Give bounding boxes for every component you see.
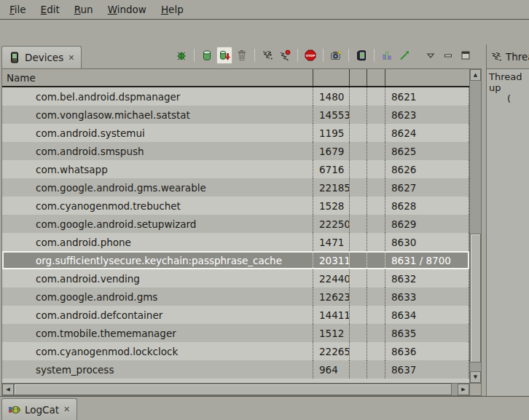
threads-message-line1: Thread up <box>489 71 529 93</box>
process-pid: 1471 <box>313 233 350 251</box>
column-header-empty2[interactable] <box>367 69 385 86</box>
process-pid: 22250 <box>313 215 350 233</box>
tab-threads[interactable]: Threads <box>487 44 529 68</box>
device-phone-icon <box>9 52 20 63</box>
table-row[interactable]: org.sufficientlysecure.keychain:passphra… <box>2 251 469 269</box>
debug-process-icon[interactable] <box>173 47 189 64</box>
process-name: system_process <box>2 360 313 379</box>
process-port: 8632 <box>385 269 469 288</box>
view-menu-icon[interactable] <box>423 47 439 64</box>
menu-run[interactable]: Run <box>67 1 101 17</box>
process-pid: 12623 <box>313 288 350 306</box>
process-pid: 22440 <box>313 269 350 288</box>
table-row[interactable]: com.android.defcontainer 14411 8634 <box>2 306 469 324</box>
table-row[interactable]: com.bel.android.dspmanager 1480 8621 <box>2 87 469 106</box>
process-name: com.google.android.gms <box>2 288 313 306</box>
threads-message: Thread up ( <box>487 68 529 396</box>
top-toolbar-strip <box>0 20 529 44</box>
toolbar-separator <box>374 49 375 62</box>
table-row[interactable]: com.android.vending 22440 8632 <box>2 269 469 288</box>
bottom-tab-bar: LogCat ✕ <box>0 396 529 420</box>
table-row[interactable]: com.google.android.gms 12623 8633 <box>2 288 469 306</box>
screen-record-icon[interactable] <box>353 47 369 64</box>
process-name: com.google.android.gms.wearable <box>2 178 313 197</box>
process-name: com.android.defcontainer <box>2 306 313 324</box>
minimize-icon[interactable] <box>440 47 456 64</box>
scroll-down-icon[interactable]: ▼ <box>470 371 481 383</box>
screen-capture-icon[interactable] <box>328 47 344 64</box>
table-row[interactable]: com.google.android.gms.wearable 22185 86… <box>2 178 469 197</box>
process-port: 8629 <box>385 215 469 233</box>
maximize-icon[interactable] <box>458 47 474 64</box>
opengl-trace-icon[interactable] <box>396 47 412 64</box>
table-row[interactable]: com.android.phone 1471 8630 <box>2 233 469 251</box>
table-row[interactable]: com.tmobile.thememanager 1512 8635 <box>2 324 469 342</box>
vertical-scrollbar[interactable]: ▲ ▼ <box>469 69 481 383</box>
table-row[interactable]: com.google.android.setupwizard 22250 862… <box>2 215 469 233</box>
system-information-icon[interactable] <box>379 47 395 64</box>
toolbar-separator <box>348 49 349 62</box>
process-name: com.cyanogenmod.lockclock <box>2 342 313 360</box>
tab-devices-label: Devices <box>25 52 63 63</box>
process-pid: 22185 <box>313 178 350 197</box>
horizontal-scrollbar-thumb[interactable] <box>14 384 452 395</box>
table-row[interactable]: com.android.smspush 1679 8625 <box>2 142 469 160</box>
tab-devices-close-icon[interactable]: ✕ <box>68 54 74 62</box>
dump-hprof-icon[interactable] <box>216 47 232 64</box>
table-row[interactable]: com.whatsapp 6716 8626 <box>2 160 469 178</box>
tab-logcat[interactable]: LogCat ✕ <box>1 398 77 420</box>
menu-edit[interactable]: Edit <box>34 1 67 17</box>
devices-toolbar: STOP <box>173 44 482 68</box>
process-port: 8637 <box>385 360 469 379</box>
main-area: Devices ✕ <box>0 44 529 396</box>
update-threads-icon[interactable] <box>259 47 275 64</box>
process-table: Name com.bel.android.dspmanager 1480 862… <box>1 68 482 396</box>
horizontal-scrollbar[interactable]: ◀ ▶ <box>2 383 481 395</box>
table-row[interactable]: com.vonglasow.michael.satstat 14553 8623 <box>2 106 469 124</box>
toolbar-separator <box>297 49 298 62</box>
tab-logcat-close-icon[interactable]: ✕ <box>63 405 70 413</box>
process-pid: 1679 <box>313 142 350 160</box>
process-pid: 1512 <box>313 324 350 342</box>
vertical-scrollbar-thumb[interactable] <box>470 234 481 362</box>
column-header-empty1[interactable] <box>350 69 367 86</box>
process-name: com.whatsapp <box>2 160 313 178</box>
devices-tab-row: Devices ✕ <box>0 44 482 68</box>
start-method-profiling-icon[interactable] <box>277 47 293 64</box>
process-pid: 1195 <box>313 124 350 142</box>
cause-gc-icon[interactable] <box>234 47 250 64</box>
column-header-pid[interactable] <box>313 69 350 86</box>
table-header: Name <box>2 69 469 87</box>
process-port: 8623 <box>385 106 469 124</box>
scroll-up-icon[interactable]: ▲ <box>470 69 481 81</box>
table-row[interactable]: com.cyanogenmod.trebuchet 1528 8628 <box>2 197 469 215</box>
menu-help[interactable]: Help <box>154 1 191 17</box>
threads-icon <box>490 51 502 63</box>
menu-file[interactable]: File <box>2 1 34 17</box>
tab-logcat-label: LogCat <box>25 404 59 416</box>
table-row[interactable]: system_process 964 8637 <box>2 360 469 379</box>
stop-process-icon[interactable]: STOP <box>302 47 318 64</box>
toolbar-separator <box>194 49 195 62</box>
logcat-icon <box>9 404 20 416</box>
scroll-right-icon[interactable]: ▶ <box>458 384 469 395</box>
process-name: com.android.smspush <box>2 142 313 160</box>
table-row[interactable]: com.android.systemui 1195 8624 <box>2 124 469 142</box>
process-pid: 14553 <box>313 106 350 124</box>
scroll-left-icon[interactable]: ◀ <box>2 384 14 395</box>
process-name: org.sufficientlysecure.keychain:passphra… <box>2 251 313 269</box>
process-port: 8630 <box>385 233 469 251</box>
tab-devices[interactable]: Devices ✕ <box>1 46 82 68</box>
update-heap-icon[interactable] <box>199 47 215 64</box>
toolbar-separator <box>254 49 255 62</box>
menu-window[interactable]: Window <box>101 1 154 17</box>
toolbar-separator <box>323 49 324 62</box>
table-row[interactable]: com.cyanogenmod.lockclock 22265 8636 <box>2 342 469 360</box>
process-name: com.android.phone <box>2 233 313 251</box>
column-header-name[interactable]: Name <box>2 69 313 86</box>
column-header-port[interactable] <box>385 69 469 86</box>
process-port: 8635 <box>385 324 469 342</box>
devices-panel: Devices ✕ <box>0 44 482 396</box>
process-port: 8634 <box>385 306 469 324</box>
process-port: 8636 <box>385 342 469 360</box>
